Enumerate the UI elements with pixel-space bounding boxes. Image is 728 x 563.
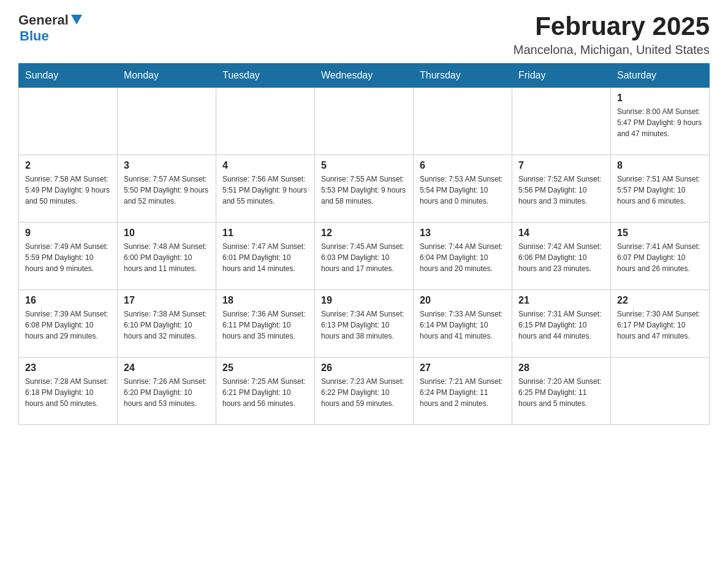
day-info: Sunrise: 7:38 AM Sunset: 6:10 PM Dayligh… bbox=[124, 308, 210, 342]
table-row: 6Sunrise: 7:53 AM Sunset: 5:54 PM Daylig… bbox=[414, 155, 512, 223]
day-number: 14 bbox=[518, 228, 604, 239]
location-subtitle: Mancelona, Michigan, United States bbox=[514, 43, 710, 57]
day-info: Sunrise: 7:44 AM Sunset: 6:04 PM Dayligh… bbox=[420, 241, 506, 274]
day-number: 1 bbox=[617, 93, 703, 104]
col-friday: Friday bbox=[512, 64, 611, 88]
table-row bbox=[315, 88, 414, 155]
table-row: 17Sunrise: 7:38 AM Sunset: 6:10 PM Dayli… bbox=[118, 290, 216, 358]
table-row: 5Sunrise: 7:55 AM Sunset: 5:53 PM Daylig… bbox=[315, 155, 414, 223]
day-number: 6 bbox=[420, 160, 506, 171]
table-row: 16Sunrise: 7:39 AM Sunset: 6:08 PM Dayli… bbox=[19, 290, 118, 358]
day-number: 11 bbox=[222, 228, 308, 239]
day-info: Sunrise: 7:31 AM Sunset: 6:15 PM Dayligh… bbox=[518, 308, 604, 342]
day-info: Sunrise: 7:41 AM Sunset: 6:07 PM Dayligh… bbox=[617, 241, 703, 274]
day-number: 9 bbox=[25, 228, 111, 239]
day-number: 27 bbox=[420, 362, 506, 373]
day-info: Sunrise: 7:52 AM Sunset: 5:56 PM Dayligh… bbox=[518, 174, 604, 207]
col-saturday: Saturday bbox=[611, 64, 710, 88]
day-info: Sunrise: 7:33 AM Sunset: 6:14 PM Dayligh… bbox=[420, 308, 506, 342]
table-row: 11Sunrise: 7:47 AM Sunset: 6:01 PM Dayli… bbox=[216, 223, 315, 290]
calendar-header-row: Sunday Monday Tuesday Wednesday Thursday… bbox=[19, 64, 710, 88]
day-info: Sunrise: 7:39 AM Sunset: 6:08 PM Dayligh… bbox=[25, 308, 111, 342]
month-year-title: February 2025 bbox=[514, 12, 710, 40]
table-row: 1Sunrise: 8:00 AM Sunset: 5:47 PM Daylig… bbox=[611, 88, 710, 155]
title-section: February 2025 Mancelona, Michigan, Unite… bbox=[514, 12, 710, 57]
day-number: 19 bbox=[321, 295, 407, 306]
day-info: Sunrise: 7:26 AM Sunset: 6:20 PM Dayligh… bbox=[124, 376, 210, 409]
col-sunday: Sunday bbox=[19, 64, 118, 88]
table-row: 26Sunrise: 7:23 AM Sunset: 6:22 PM Dayli… bbox=[315, 358, 414, 425]
logo-general-text: General bbox=[18, 12, 69, 28]
day-info: Sunrise: 7:20 AM Sunset: 6:25 PM Dayligh… bbox=[518, 376, 604, 409]
day-number: 20 bbox=[420, 295, 506, 306]
day-number: 3 bbox=[124, 160, 210, 171]
day-info: Sunrise: 7:28 AM Sunset: 6:18 PM Dayligh… bbox=[25, 376, 111, 409]
day-number: 8 bbox=[617, 160, 703, 171]
table-row: 2Sunrise: 7:58 AM Sunset: 5:49 PM Daylig… bbox=[19, 155, 118, 223]
day-info: Sunrise: 7:58 AM Sunset: 5:49 PM Dayligh… bbox=[25, 174, 111, 207]
calendar-week-row: 23Sunrise: 7:28 AM Sunset: 6:18 PM Dayli… bbox=[19, 358, 710, 425]
day-info: Sunrise: 7:48 AM Sunset: 6:00 PM Dayligh… bbox=[124, 241, 210, 274]
day-info: Sunrise: 7:21 AM Sunset: 6:24 PM Dayligh… bbox=[420, 376, 506, 409]
day-number: 26 bbox=[321, 362, 407, 373]
table-row: 21Sunrise: 7:31 AM Sunset: 6:15 PM Dayli… bbox=[512, 290, 611, 358]
logo: General Blue bbox=[18, 12, 82, 44]
day-number: 16 bbox=[25, 295, 111, 306]
day-info: Sunrise: 7:45 AM Sunset: 6:03 PM Dayligh… bbox=[321, 241, 407, 274]
day-info: Sunrise: 7:36 AM Sunset: 6:11 PM Dayligh… bbox=[222, 308, 308, 342]
day-number: 22 bbox=[617, 295, 703, 306]
table-row: 28Sunrise: 7:20 AM Sunset: 6:25 PM Dayli… bbox=[512, 358, 611, 425]
day-number: 28 bbox=[518, 362, 604, 373]
calendar-week-row: 9Sunrise: 7:49 AM Sunset: 5:59 PM Daylig… bbox=[19, 223, 710, 290]
day-number: 17 bbox=[124, 295, 210, 306]
day-info: Sunrise: 7:49 AM Sunset: 5:59 PM Dayligh… bbox=[25, 241, 111, 274]
day-info: Sunrise: 7:57 AM Sunset: 5:50 PM Dayligh… bbox=[124, 174, 210, 207]
col-wednesday: Wednesday bbox=[315, 64, 414, 88]
calendar-week-row: 1Sunrise: 8:00 AM Sunset: 5:47 PM Daylig… bbox=[19, 88, 710, 155]
day-info: Sunrise: 7:34 AM Sunset: 6:13 PM Dayligh… bbox=[321, 308, 407, 342]
calendar-table: Sunday Monday Tuesday Wednesday Thursday… bbox=[18, 63, 710, 425]
day-number: 25 bbox=[222, 362, 308, 373]
table-row: 8Sunrise: 7:51 AM Sunset: 5:57 PM Daylig… bbox=[611, 155, 710, 223]
col-thursday: Thursday bbox=[414, 64, 512, 88]
page-header: General Blue February 2025 Mancelona, Mi… bbox=[18, 12, 710, 57]
table-row: 10Sunrise: 7:48 AM Sunset: 6:00 PM Dayli… bbox=[118, 223, 216, 290]
day-info: Sunrise: 7:23 AM Sunset: 6:22 PM Dayligh… bbox=[321, 376, 407, 409]
table-row: 25Sunrise: 7:25 AM Sunset: 6:21 PM Dayli… bbox=[216, 358, 315, 425]
calendar-week-row: 2Sunrise: 7:58 AM Sunset: 5:49 PM Daylig… bbox=[19, 155, 710, 223]
day-info: Sunrise: 7:42 AM Sunset: 6:06 PM Dayligh… bbox=[518, 241, 604, 274]
svg-marker-0 bbox=[71, 15, 82, 25]
day-number: 18 bbox=[222, 295, 308, 306]
day-number: 7 bbox=[518, 160, 604, 171]
logo-arrow-icon bbox=[71, 15, 82, 25]
table-row: 15Sunrise: 7:41 AM Sunset: 6:07 PM Dayli… bbox=[611, 223, 710, 290]
calendar-week-row: 16Sunrise: 7:39 AM Sunset: 6:08 PM Dayli… bbox=[19, 290, 710, 358]
day-number: 23 bbox=[25, 362, 111, 373]
col-tuesday: Tuesday bbox=[216, 64, 315, 88]
day-number: 4 bbox=[222, 160, 308, 171]
day-number: 2 bbox=[25, 160, 111, 171]
table-row: 9Sunrise: 7:49 AM Sunset: 5:59 PM Daylig… bbox=[19, 223, 118, 290]
day-info: Sunrise: 7:56 AM Sunset: 5:51 PM Dayligh… bbox=[222, 174, 308, 207]
day-info: Sunrise: 7:47 AM Sunset: 6:01 PM Dayligh… bbox=[222, 241, 308, 274]
table-row: 20Sunrise: 7:33 AM Sunset: 6:14 PM Dayli… bbox=[414, 290, 512, 358]
table-row: 23Sunrise: 7:28 AM Sunset: 6:18 PM Dayli… bbox=[19, 358, 118, 425]
table-row: 12Sunrise: 7:45 AM Sunset: 6:03 PM Dayli… bbox=[315, 223, 414, 290]
table-row: 18Sunrise: 7:36 AM Sunset: 6:11 PM Dayli… bbox=[216, 290, 315, 358]
day-number: 10 bbox=[124, 228, 210, 239]
table-row: 14Sunrise: 7:42 AM Sunset: 6:06 PM Dayli… bbox=[512, 223, 611, 290]
day-info: Sunrise: 7:55 AM Sunset: 5:53 PM Dayligh… bbox=[321, 174, 407, 207]
table-row bbox=[512, 88, 611, 155]
day-info: Sunrise: 7:51 AM Sunset: 5:57 PM Dayligh… bbox=[617, 174, 703, 207]
table-row: 22Sunrise: 7:30 AM Sunset: 6:17 PM Dayli… bbox=[611, 290, 710, 358]
col-monday: Monday bbox=[118, 64, 216, 88]
table-row: 7Sunrise: 7:52 AM Sunset: 5:56 PM Daylig… bbox=[512, 155, 611, 223]
table-row: 4Sunrise: 7:56 AM Sunset: 5:51 PM Daylig… bbox=[216, 155, 315, 223]
table-row: 3Sunrise: 7:57 AM Sunset: 5:50 PM Daylig… bbox=[118, 155, 216, 223]
table-row bbox=[216, 88, 315, 155]
day-number: 13 bbox=[420, 228, 506, 239]
table-row: 24Sunrise: 7:26 AM Sunset: 6:20 PM Dayli… bbox=[118, 358, 216, 425]
day-info: Sunrise: 7:30 AM Sunset: 6:17 PM Dayligh… bbox=[617, 308, 703, 342]
day-number: 5 bbox=[321, 160, 407, 171]
table-row bbox=[118, 88, 216, 155]
